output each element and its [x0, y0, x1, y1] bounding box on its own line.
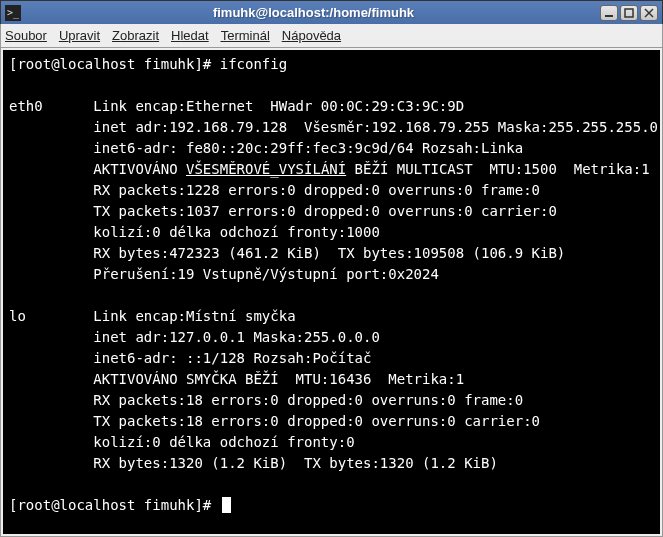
maximize-icon — [624, 8, 634, 18]
close-icon — [644, 8, 654, 18]
titlebar[interactable]: >_ fimuhk@localhost:/home/fimuhk — [0, 0, 663, 24]
cursor — [222, 497, 231, 513]
menu-napoveda[interactable]: Nápověda — [282, 28, 341, 43]
terminal-frame: [root@localhost fimuhk]# ifconfig eth0 L… — [0, 48, 663, 537]
menu-soubor[interactable]: Soubor — [5, 28, 47, 43]
minimize-icon — [604, 8, 614, 18]
close-button[interactable] — [640, 5, 658, 21]
command-text: ifconfig — [220, 56, 287, 72]
minimize-button[interactable] — [600, 5, 618, 21]
prompt: [root@localhost fimuhk]# — [9, 56, 220, 72]
terminal-icon: >_ — [5, 5, 21, 21]
menu-zobrazit[interactable]: Zobrazit — [112, 28, 159, 43]
terminal-output: eth0 Link encap:Ethernet HWadr 00:0C:29:… — [9, 98, 658, 471]
window-buttons — [600, 5, 658, 21]
menu-terminal[interactable]: Terminál — [221, 28, 270, 43]
terminal[interactable]: [root@localhost fimuhk]# ifconfig eth0 L… — [3, 50, 660, 534]
svg-rect-1 — [625, 9, 633, 17]
menu-upravit[interactable]: Upravit — [59, 28, 100, 43]
maximize-button[interactable] — [620, 5, 638, 21]
prompt: [root@localhost fimuhk]# — [9, 497, 220, 513]
menubar: Soubor Upravit Zobrazit Hledat Terminál … — [0, 24, 663, 48]
window-title: fimuhk@localhost:/home/fimuhk — [27, 5, 600, 20]
menu-hledat[interactable]: Hledat — [171, 28, 209, 43]
